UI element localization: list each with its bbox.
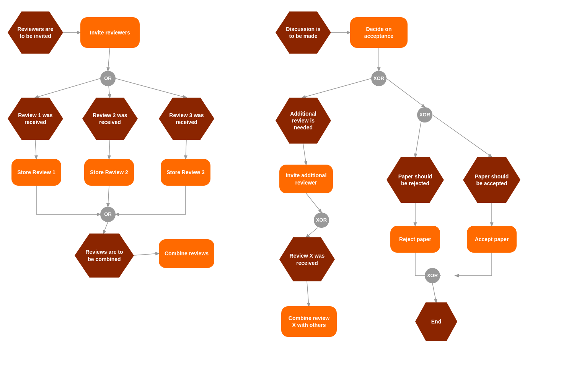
combine-review-x-node: Combine reviewX with others bbox=[281, 306, 337, 337]
xor3-gate: XOR bbox=[314, 212, 329, 228]
reject-paper-node: Reject paper bbox=[390, 226, 440, 253]
svg-line-15 bbox=[415, 122, 421, 157]
reviews-to-combine-node: Reviews are tobe combined bbox=[75, 234, 134, 278]
svg-line-7 bbox=[186, 140, 186, 159]
xor4-gate: XOR bbox=[425, 268, 440, 283]
paper-rejected-node: Paper shouldbe rejected bbox=[386, 157, 444, 203]
xor2-gate: XOR bbox=[417, 107, 432, 122]
store-review1-node: Store Review 1 bbox=[11, 159, 61, 186]
reviewers-to-invite-node: Reviewers areto be invited bbox=[8, 11, 63, 54]
store-review2-node: Store Review 2 bbox=[84, 159, 134, 186]
svg-line-2 bbox=[35, 78, 100, 98]
review2-received-node: Review 2 wasreceived bbox=[82, 98, 138, 140]
svg-line-9 bbox=[103, 222, 108, 234]
svg-line-19 bbox=[303, 144, 306, 165]
diagram-container: Reviewers areto be invited Invite review… bbox=[0, 0, 574, 392]
combine-reviews-node: Combine reviews bbox=[159, 239, 214, 268]
review3-received-node: Review 3 wasreceived bbox=[159, 98, 214, 140]
store-review3-node: Store Review 3 bbox=[161, 159, 210, 186]
review-x-received-node: Review X wasreceived bbox=[279, 237, 335, 281]
svg-line-5 bbox=[35, 140, 36, 159]
additional-review-needed-node: Additionalreview isneeded bbox=[276, 98, 331, 144]
svg-line-16 bbox=[432, 115, 492, 157]
invite-reviewers-node: Invite reviewers bbox=[80, 17, 140, 48]
review1-received-node: Review 1 wasreceived bbox=[8, 98, 63, 140]
svg-line-8 bbox=[108, 186, 109, 207]
svg-line-10 bbox=[134, 253, 159, 255]
decide-acceptance-node: Decide onacceptance bbox=[350, 17, 408, 48]
end-node: End bbox=[415, 302, 457, 341]
svg-line-13 bbox=[302, 78, 371, 98]
paper-accepted-node: Paper shouldbe accepted bbox=[463, 157, 520, 203]
svg-line-4 bbox=[116, 78, 186, 98]
xor1-gate: XOR bbox=[371, 71, 386, 86]
svg-line-21 bbox=[306, 228, 318, 237]
accept-paper-node: Accept paper bbox=[467, 226, 517, 253]
svg-line-20 bbox=[306, 193, 321, 212]
svg-line-23 bbox=[432, 283, 436, 302]
svg-line-14 bbox=[386, 78, 425, 107]
svg-line-6 bbox=[109, 140, 110, 159]
or2-gate: OR bbox=[100, 207, 116, 222]
invite-additional-node: Invite additionalreviewer bbox=[279, 165, 333, 193]
or1-gate: OR bbox=[100, 71, 116, 86]
svg-line-1 bbox=[108, 48, 110, 71]
discussion-to-made-node: Discussion isto be made bbox=[276, 11, 331, 54]
svg-line-22 bbox=[307, 281, 309, 306]
